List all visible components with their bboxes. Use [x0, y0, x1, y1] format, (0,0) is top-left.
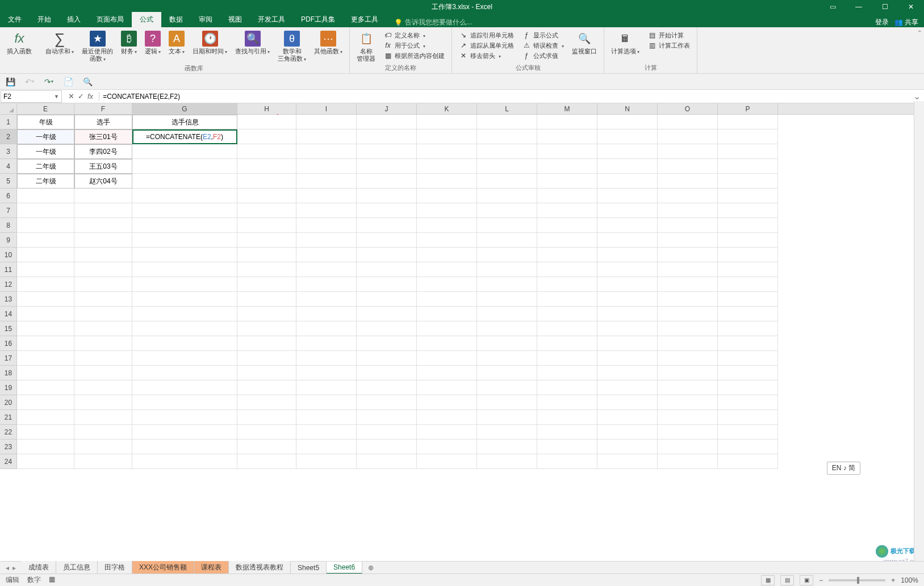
- cell-G19[interactable]: [132, 380, 237, 395]
- tab-formulas[interactable]: 公式: [132, 12, 161, 27]
- expand-formula-icon[interactable]: ⌄: [910, 91, 924, 102]
- row-header-21[interactable]: 21: [0, 410, 17, 425]
- fx-icon[interactable]: fx: [87, 92, 93, 101]
- row-header-24[interactable]: 24: [0, 454, 17, 469]
- chevron-down-icon[interactable]: ▼: [54, 94, 59, 99]
- cell-E13[interactable]: [17, 292, 74, 307]
- cell-F17[interactable]: [74, 351, 132, 366]
- cell-K23[interactable]: [417, 440, 477, 454]
- error-check-button[interactable]: ⚠错误检查: [522, 41, 564, 50]
- cell-G6[interactable]: [132, 189, 237, 203]
- cell-F6[interactable]: [74, 189, 132, 203]
- row-header-22[interactable]: 22: [0, 425, 17, 440]
- cell-G11[interactable]: [132, 262, 237, 277]
- cell-G21[interactable]: [132, 410, 237, 425]
- cell-P21[interactable]: [718, 410, 778, 425]
- cell-H8[interactable]: [237, 218, 296, 233]
- cell-J5[interactable]: [357, 174, 417, 189]
- cell-H7[interactable]: [237, 203, 296, 218]
- cell-I3[interactable]: [296, 144, 357, 159]
- cell-E23[interactable]: [17, 440, 74, 454]
- cell-K4[interactable]: [417, 159, 477, 174]
- col-header-H[interactable]: H: [237, 103, 296, 114]
- row-header-17[interactable]: 17: [0, 351, 17, 366]
- cell-J19[interactable]: [357, 380, 417, 395]
- cell-E15[interactable]: [17, 321, 74, 336]
- sheet-tab[interactable]: 课程表: [194, 561, 229, 574]
- cell-K7[interactable]: [417, 203, 477, 218]
- cell-M18[interactable]: [537, 366, 597, 380]
- cell-N10[interactable]: [597, 248, 658, 262]
- show-formulas-button[interactable]: ƒ显示公式: [522, 31, 564, 40]
- vertical-scrollbar[interactable]: [914, 101, 924, 561]
- cell-H9[interactable]: [237, 233, 296, 248]
- cell-O21[interactable]: [658, 410, 718, 425]
- row-header-13[interactable]: 13: [0, 292, 17, 307]
- cell-K8[interactable]: [417, 218, 477, 233]
- cell-K10[interactable]: [417, 248, 477, 262]
- cell-E10[interactable]: [17, 248, 74, 262]
- trace-dependents-button[interactable]: ↗追踪从属单元格: [459, 41, 514, 50]
- cell-P6[interactable]: [718, 189, 778, 203]
- cell-F9[interactable]: [74, 233, 132, 248]
- cell-O18[interactable]: [658, 366, 718, 380]
- cell-E5[interactable]: 二年级: [17, 174, 74, 189]
- view-pagelayout-icon[interactable]: ▤: [780, 575, 794, 585]
- cell-M2[interactable]: [537, 129, 597, 144]
- view-pagebreak-icon[interactable]: ▣: [800, 575, 813, 585]
- cell-I8[interactable]: [296, 218, 357, 233]
- cell-P9[interactable]: [718, 233, 778, 248]
- cell-P13[interactable]: [718, 292, 778, 307]
- cell-M11[interactable]: [537, 262, 597, 277]
- cell-O5[interactable]: [658, 174, 718, 189]
- cell-K16[interactable]: [417, 336, 477, 351]
- cell-G5[interactable]: [132, 174, 237, 189]
- cell-L16[interactable]: [477, 336, 537, 351]
- zoom-slider[interactable]: [829, 579, 885, 581]
- cell-O20[interactable]: [658, 395, 718, 410]
- cell-M8[interactable]: [537, 218, 597, 233]
- cell-G8[interactable]: [132, 218, 237, 233]
- cell-H24[interactable]: [237, 454, 296, 469]
- row-header-7[interactable]: 7: [0, 203, 17, 218]
- cell-F11[interactable]: [74, 262, 132, 277]
- cell-L3[interactable]: [477, 144, 537, 159]
- cell-I11[interactable]: [296, 262, 357, 277]
- cell-K13[interactable]: [417, 292, 477, 307]
- cell-N16[interactable]: [597, 336, 658, 351]
- cell-I10[interactable]: [296, 248, 357, 262]
- cell-P2[interactable]: [718, 129, 778, 144]
- tab-home[interactable]: 开始: [30, 12, 59, 27]
- row-header-12[interactable]: 12: [0, 277, 17, 292]
- cell-E4[interactable]: 二年级: [17, 159, 74, 174]
- cell-I2[interactable]: [296, 129, 357, 144]
- cell-K6[interactable]: [417, 189, 477, 203]
- row-header-9[interactable]: 9: [0, 233, 17, 248]
- cell-K15[interactable]: [417, 321, 477, 336]
- cell-I4[interactable]: [296, 159, 357, 174]
- cell-G14[interactable]: [132, 307, 237, 321]
- financial-button[interactable]: ₿财务: [118, 30, 140, 57]
- col-header-N[interactable]: N: [597, 103, 658, 114]
- row-header-4[interactable]: 4: [0, 159, 17, 174]
- cell-N9[interactable]: [597, 233, 658, 248]
- cell-I17[interactable]: [296, 351, 357, 366]
- ime-indicator[interactable]: EN ♪ 简: [827, 462, 860, 475]
- cell-G3[interactable]: [132, 144, 237, 159]
- cell-L21[interactable]: [477, 410, 537, 425]
- cell-J6[interactable]: [357, 189, 417, 203]
- row-header-5[interactable]: 5: [0, 174, 17, 189]
- zoom-in-icon[interactable]: +: [891, 576, 895, 584]
- cell-L2[interactable]: [477, 129, 537, 144]
- select-all-corner[interactable]: [0, 103, 17, 114]
- col-header-P[interactable]: P: [718, 103, 778, 114]
- cell-P3[interactable]: [718, 144, 778, 159]
- cell-P8[interactable]: [718, 218, 778, 233]
- cell-N6[interactable]: [597, 189, 658, 203]
- cell-K1[interactable]: [417, 115, 477, 129]
- cell-J4[interactable]: [357, 159, 417, 174]
- cell-M24[interactable]: [537, 454, 597, 469]
- cell-J20[interactable]: [357, 395, 417, 410]
- tab-insert[interactable]: 插入: [59, 12, 89, 27]
- cell-K5[interactable]: [417, 174, 477, 189]
